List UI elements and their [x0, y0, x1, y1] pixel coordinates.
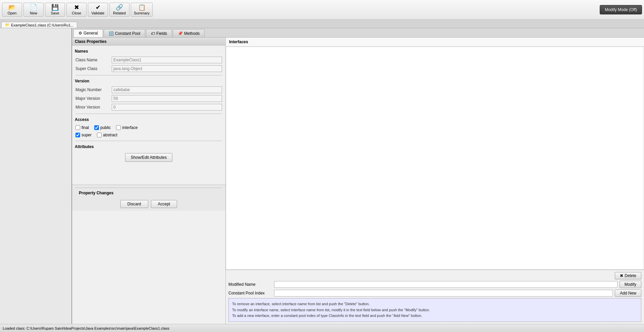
close-button[interactable]: ✖ Close [66, 3, 87, 17]
validate-button[interactable]: ✔ Validate [88, 3, 108, 17]
modify-mode-button[interactable]: Modify Mode (Off) [600, 5, 642, 14]
add-new-button[interactable]: Add New [615, 289, 641, 297]
info-line-3: To add a new interface, enter a constant… [232, 313, 638, 319]
tab-constant-pool-label: Constant Pool [115, 31, 140, 36]
save-label: Save [51, 11, 59, 15]
public-label: public [100, 125, 111, 130]
constant-pool-index-row: Constant Pool Index Add New [228, 289, 641, 297]
new-icon: 📄 [30, 4, 37, 10]
tab-methods[interactable]: 📌 Methods [173, 29, 205, 37]
interface-checkbox[interactable] [116, 125, 121, 130]
public-checkbox-item[interactable]: public [94, 125, 111, 130]
attributes-section-header: Attributes [72, 143, 225, 150]
modified-name-input[interactable] [274, 281, 618, 288]
methods-icon: 📌 [178, 31, 183, 36]
class-properties-header: Class Properties [72, 38, 225, 46]
related-button[interactable]: 🔗 Related [109, 3, 129, 17]
discard-button[interactable]: Discard [120, 200, 148, 208]
validate-icon: ✔ [96, 4, 101, 10]
major-version-input[interactable] [112, 95, 222, 102]
minor-version-row: Minor Version [72, 103, 225, 112]
show-edit-attributes-button[interactable]: Show/Edit Attributes [125, 153, 172, 162]
interface-label: interface [122, 125, 138, 130]
property-changes-title: Property Changes [75, 188, 222, 198]
super-class-label: Super Class [75, 66, 109, 71]
final-checkbox[interactable] [75, 125, 80, 130]
property-changes-buttons: Discard Accept [75, 200, 222, 208]
content-area: ⚙ General 🔢 Constant Pool 🏷 Fields 📌 Met… [72, 28, 644, 324]
file-icon: 📁 [5, 23, 10, 27]
accept-button[interactable]: Accept [151, 200, 177, 208]
tab-bar: ⚙ General 🔢 Constant Pool 🏷 Fields 📌 Met… [72, 28, 644, 38]
open-icon: 📂 [8, 4, 16, 10]
constant-pool-icon: 🔢 [109, 31, 114, 36]
tab-general[interactable]: ⚙ General [73, 29, 103, 37]
final-label: final [82, 125, 89, 130]
modified-name-label: Modified Name [228, 282, 272, 287]
close-icon: ✖ [74, 4, 79, 10]
version-section-label: Version [75, 79, 89, 83]
general-icon: ⚙ [78, 31, 82, 36]
bottom-controls: ✖ Delete Modified Name Modify Constant P… [226, 270, 644, 324]
constant-pool-index-label: Constant Pool Index [228, 291, 272, 295]
interfaces-list[interactable] [226, 47, 644, 270]
tab-constant-pool[interactable]: 🔢 Constant Pool [104, 29, 145, 37]
delete-button[interactable]: ✖ Delete [615, 272, 641, 279]
super-label: super [82, 133, 92, 137]
constant-pool-index-input[interactable] [274, 290, 613, 296]
delete-label: Delete [625, 273, 636, 278]
delete-x-icon: ✖ [620, 273, 623, 278]
abstract-label: abstract [103, 133, 117, 137]
abstract-checkbox[interactable] [97, 133, 102, 137]
new-label: New [30, 11, 37, 15]
info-line-1: To remove an interface, select interface… [232, 301, 638, 307]
summary-button[interactable]: 📋 Summary [131, 3, 153, 17]
info-box: To remove an interface, select interface… [228, 298, 641, 322]
public-checkbox[interactable] [94, 125, 99, 130]
class-name-input[interactable] [112, 57, 222, 63]
validate-label: Validate [92, 11, 105, 15]
inner-layout: Class Properties Names Class Name Super … [72, 38, 644, 324]
tab-general-label: General [84, 31, 98, 36]
final-checkbox-item[interactable]: final [75, 125, 89, 130]
magic-number-row: Magic Number [72, 85, 225, 94]
accept-label: Accept [158, 202, 170, 206]
minor-version-input[interactable] [112, 104, 222, 111]
delete-row: ✖ Delete [228, 272, 641, 279]
show-edit-attributes-label: Show/Edit Attributes [131, 155, 167, 160]
related-label: Related [113, 11, 126, 15]
minor-version-label: Minor Version [75, 105, 109, 110]
super-class-row: Super Class [72, 64, 225, 73]
property-changes-label: Property Changes [79, 191, 113, 195]
modify-button[interactable]: Modify [620, 281, 641, 288]
new-button[interactable]: 📄 New [23, 3, 44, 17]
tab-methods-label: Methods [184, 31, 200, 36]
major-version-row: Major Version [72, 94, 225, 103]
abstract-checkbox-item[interactable]: abstract [97, 133, 117, 137]
close-label: Close [72, 11, 81, 15]
names-section-header: Names [72, 48, 225, 55]
access-checkboxes-row2: super abstract [72, 131, 225, 139]
super-checkbox-item[interactable]: super [75, 133, 92, 137]
save-icon: 💾 [51, 4, 59, 10]
super-class-input[interactable] [112, 65, 222, 72]
tab-fields-label: Fields [156, 31, 167, 36]
file-tab-bar: 📁 ExampleClass1.class (C:\Users\Ru1... [0, 19, 644, 28]
major-version-label: Major Version [75, 96, 109, 101]
main-layout: ⚙ General 🔢 Constant Pool 🏷 Fields 📌 Met… [0, 28, 644, 324]
summary-label: Summary [134, 11, 150, 15]
interface-checkbox-item[interactable]: interface [116, 125, 138, 130]
access-checkboxes-row1: final public interface [72, 124, 225, 131]
open-button[interactable]: 📂 Open [2, 3, 22, 17]
file-tab[interactable]: 📁 ExampleClass1.class (C:\Users\Ru1... [1, 22, 77, 28]
tab-fields[interactable]: 🏷 Fields [146, 29, 172, 37]
super-checkbox[interactable] [75, 133, 80, 137]
attributes-section-label: Attributes [75, 144, 94, 149]
magic-number-input[interactable] [112, 86, 222, 93]
discard-label: Discard [127, 202, 141, 206]
info-line-2: To modify an interface name, select inte… [232, 307, 638, 313]
related-icon: 🔗 [116, 4, 123, 10]
status-bar: Loaded class: C:\Users\Rupam Saini\IdeaP… [0, 324, 644, 332]
save-button[interactable]: 💾 Save [45, 3, 65, 17]
class-properties-panel: Class Properties Names Class Name Super … [72, 38, 226, 324]
